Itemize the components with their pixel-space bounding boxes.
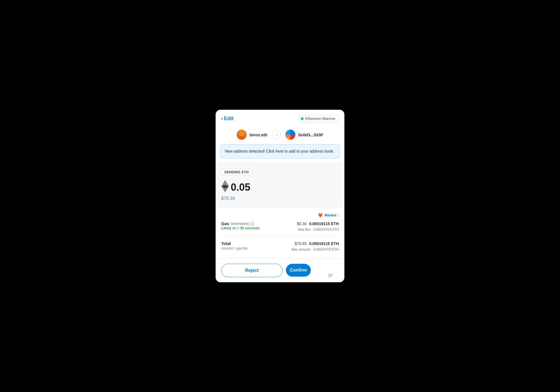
sending-badge: SENDING ETH — [221, 169, 252, 176]
receiver-info: 0x0d3...533F — [285, 130, 323, 140]
max-fee-value: 0.00024703 ETH — [313, 228, 339, 232]
max-fee-row: Max fee: 0.00024703 ETH — [297, 227, 339, 232]
total-label: Total — [221, 241, 248, 246]
total-sub-label: Amount + gas fee — [221, 246, 248, 250]
market-link[interactable]: Market — [325, 213, 336, 217]
max-fee-label: Max fee: — [298, 228, 311, 232]
max-amount-value: 0.05024703 ETH — [313, 248, 339, 251]
notice-text: New address detected! Click here to add … — [225, 149, 334, 153]
sender-info: biron.eth — [237, 130, 267, 140]
usd-amount-value: $79.34 — [221, 196, 235, 201]
eth-amount-value: 0.05 — [231, 181, 250, 193]
total-label-group: Total Amount + gas fee — [221, 241, 248, 250]
modal-header: ‹ Edit Ethereum Mainnet — [216, 110, 344, 127]
edit-label: Edit — [224, 116, 234, 122]
new-address-notice[interactable]: New address detected! Click here to add … — [220, 144, 340, 158]
fox-icon: 🦊 — [318, 213, 323, 218]
button-row: Reject Confirm ☞ — [216, 259, 344, 282]
chevron-left-icon: ‹ — [221, 116, 223, 122]
total-row: Total Amount + gas fee $79.65 0.05019115… — [221, 241, 339, 252]
info-icon[interactable]: i — [250, 222, 254, 226]
network-status-dot — [301, 117, 304, 120]
gas-fee-line: $0.30 0.00019115 ETH — [297, 221, 339, 226]
gas-label-group: Gas (estimated) i Likely in < 30 seconds — [221, 221, 260, 230]
max-amount-row: Max amount: 0.05024703 ETH — [291, 247, 339, 252]
gas-eth: 0.00019115 ETH — [309, 221, 339, 226]
total-fee-line: $79.65 0.05019115 ETH — [291, 241, 339, 246]
max-amount-label: Max amount: — [291, 248, 311, 251]
reject-button[interactable]: Reject — [221, 264, 283, 277]
gas-fee-row: Gas (estimated) i Likely in < 30 seconds… — [221, 221, 339, 232]
confirm-button-wrapper: Confirm ☞ — [286, 264, 339, 277]
gas-estimated: (estimated) — [230, 221, 249, 226]
gas-label: Gas (estimated) i — [221, 221, 260, 226]
likely-time-text: Likely in < 30 seconds — [221, 226, 260, 230]
total-usd: $79.65 — [295, 241, 307, 246]
transaction-modal: ‹ Edit Ethereum Mainnet biron.eth → 0x0d… — [216, 110, 344, 282]
network-badge[interactable]: Ethereum Mainnet — [298, 115, 339, 122]
sender-avatar — [237, 130, 247, 140]
eth-amount-row: 0.05 — [221, 180, 339, 194]
gas-values: $0.30 0.00019115 ETH Max fee: 0.00024703… — [297, 221, 339, 232]
total-values: $79.65 0.05019115 ETH Max amount: 0.0502… — [291, 241, 339, 252]
receiver-address: 0x0d3...533F — [298, 132, 323, 137]
gas-section: 🦊 Market › Gas (estimated) i Likely in <… — [216, 208, 344, 259]
sender-name: biron.eth — [249, 132, 267, 137]
receiver-avatar — [285, 130, 295, 140]
edit-back-button[interactable]: ‹ Edit — [221, 116, 234, 122]
transfer-arrow: → — [272, 130, 281, 139]
gas-usd: $0.30 — [297, 221, 307, 226]
network-name: Ethereum Mainnet — [305, 116, 335, 121]
eth-diamond-icon — [221, 180, 229, 194]
market-row: 🦊 Market › — [221, 213, 339, 218]
market-chevron-icon: › — [338, 213, 339, 217]
gas-text: Gas — [221, 221, 229, 226]
notice-section: New address detected! Click here to add … — [216, 144, 344, 163]
divider — [221, 236, 339, 237]
sending-section: SENDING ETH 0.05 $79.34 — [216, 163, 344, 208]
cursor-pointer-icon: ☞ — [328, 272, 333, 279]
confirm-button[interactable]: Confirm — [286, 264, 311, 277]
arrow-icon: → — [274, 132, 278, 137]
sending-badge-text: SENDING ETH — [224, 170, 249, 174]
total-eth: 0.05019115 ETH — [309, 241, 339, 246]
account-row: biron.eth → 0x0d3...533F — [216, 127, 344, 144]
